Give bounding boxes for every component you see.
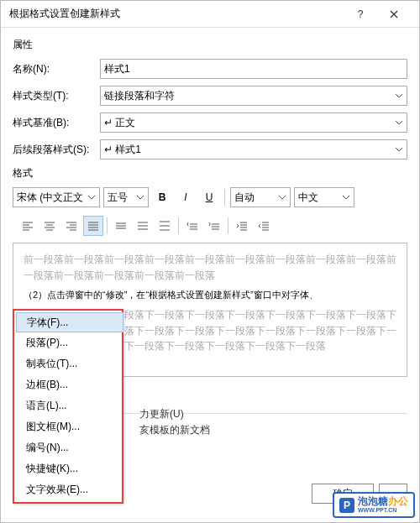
para-space-icon <box>186 221 198 231</box>
chevron-down-icon <box>395 147 403 152</box>
style-type-select[interactable]: 链接段落和字符 <box>100 86 407 106</box>
menu-item-tabs[interactable]: 制表位(T)... <box>14 353 122 374</box>
label-base-on: 样式基准(B): <box>13 116 100 130</box>
row-style-type: 样式类型(T): 链接段落和字符 <box>13 86 407 106</box>
indent-inc-button[interactable] <box>232 216 252 236</box>
spacing-15-button[interactable] <box>133 216 153 236</box>
separator <box>178 217 179 234</box>
menu-item-language[interactable]: 语言(L)... <box>14 395 122 416</box>
label-style-type: 样式类型(T): <box>13 89 100 103</box>
chevron-down-icon <box>87 195 96 200</box>
menu-item-text-effects[interactable]: 文字效果(E)... <box>14 479 122 500</box>
para-space-icon <box>208 221 220 231</box>
row-next-para: 后续段落样式(S): ↵ 样式1 <box>13 139 407 160</box>
label-name: 名称(N): <box>13 62 100 76</box>
label-next-para: 后续段落样式(S): <box>13 143 100 157</box>
titlebar: 根据格式设置创建新样式 ? <box>1 1 419 28</box>
align-left-button[interactable] <box>18 216 38 236</box>
format-menu: 字体(F)... 段落(P)... 制表位(T)... 边框(B)... 语言(… <box>13 309 123 504</box>
space-before-dec-button[interactable] <box>204 216 224 236</box>
line-spacing-icon <box>159 221 171 231</box>
menu-item-frame[interactable]: 图文框(M)... <box>14 416 122 437</box>
indent-dec-button[interactable] <box>254 216 274 236</box>
row-base-on: 样式基准(B): ↵ 正文 <box>13 112 407 133</box>
menu-item-numbering[interactable]: 编号(N)... <box>14 437 122 458</box>
font-size-select[interactable]: 五号 <box>103 187 149 207</box>
chevron-down-icon <box>395 93 403 98</box>
chevron-down-icon <box>278 195 286 200</box>
font-color-select[interactable]: 自动 <box>230 187 291 207</box>
align-right-icon <box>66 221 77 231</box>
language-select[interactable]: 中文 <box>294 187 354 207</box>
italic-button[interactable]: I <box>176 187 196 207</box>
dialog-create-style: 根据格式设置创建新样式 ? 属性 名称(N): 样式1 样式类型(T): 链接段… <box>0 0 420 523</box>
align-right-button[interactable] <box>61 216 81 236</box>
align-center-button[interactable] <box>39 216 60 236</box>
align-justify-icon <box>87 221 99 231</box>
watermark-logo-icon: P <box>339 498 354 513</box>
row-name: 名称(N): 样式1 <box>13 59 407 79</box>
help-button[interactable]: ? <box>344 1 377 28</box>
menu-item-font[interactable]: 字体(F)... <box>16 312 123 332</box>
font-family-select[interactable]: 宋体 (中文正文 <box>13 187 100 207</box>
line-spacing-icon <box>115 221 127 231</box>
preview-grey-before: 前一段落前一段落前一段落前一段落前一段落前一段落前一段落前一段落前一段落前一段落… <box>24 252 396 283</box>
chevron-down-icon <box>342 195 350 200</box>
spacing-1-button[interactable] <box>111 216 131 236</box>
watermark: P 泡泡糖办公 WWW.PPT.CN <box>333 492 415 518</box>
base-on-select[interactable]: ↵ 正文 <box>100 112 407 133</box>
dialog-title: 根据格式设置创建新样式 <box>9 7 344 21</box>
chevron-down-icon <box>136 195 144 200</box>
separator <box>228 217 228 234</box>
space-before-inc-button[interactable] <box>182 216 202 236</box>
visible-under-text: 力更新(U) 亥模板的新文档 <box>139 406 210 438</box>
align-left-icon <box>22 221 34 231</box>
paragraph-bar <box>13 216 407 236</box>
name-input[interactable]: 样式1 <box>100 59 407 79</box>
close-button[interactable] <box>377 1 411 28</box>
preview-real-text: （2）点击弹窗中的“修改”，在“根据格式设置创建新样式”窗口中对字体、 <box>24 288 396 302</box>
section-property-label: 属性 <box>13 38 407 52</box>
separator <box>107 217 108 234</box>
bold-button[interactable]: B <box>152 187 172 207</box>
underline-button[interactable]: U <box>199 187 219 207</box>
watermark-text: 泡泡糖办公 WWW.PPT.CN <box>358 496 408 514</box>
line-spacing-icon <box>137 221 149 231</box>
next-para-select[interactable]: ↵ 样式1 <box>100 139 407 160</box>
separator <box>224 189 225 206</box>
align-center-icon <box>44 221 55 231</box>
format-bar: 宋体 (中文正文 五号 B I U 自动 中文 <box>13 187 407 207</box>
close-icon <box>390 10 398 18</box>
chevron-down-icon <box>395 120 403 125</box>
section-format-label: 格式 <box>13 166 407 180</box>
outdent-icon <box>258 221 270 231</box>
spacing-2-button[interactable] <box>155 216 175 236</box>
indent-icon <box>236 221 248 231</box>
menu-item-border[interactable]: 边框(B)... <box>14 374 122 395</box>
align-justify-button[interactable] <box>83 216 103 236</box>
menu-item-shortcut[interactable]: 快捷键(K)... <box>14 458 122 479</box>
menu-item-paragraph[interactable]: 段落(P)... <box>14 332 122 353</box>
